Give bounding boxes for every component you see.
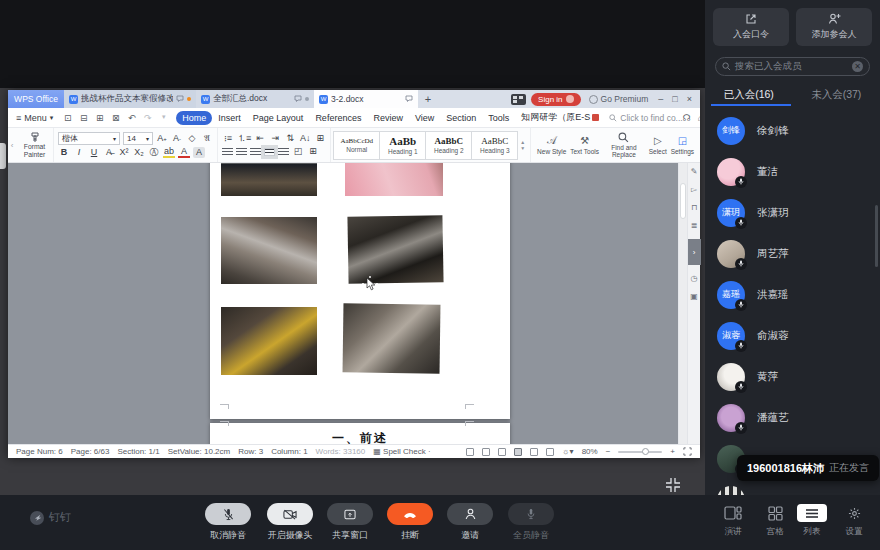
align-left-icon[interactable]: [222, 148, 233, 156]
ribbon-tab-section[interactable]: Section: [440, 111, 482, 125]
style-heading1[interactable]: AaBbHeading 1: [379, 131, 426, 160]
ribbon-tab-view[interactable]: View: [409, 111, 440, 125]
search-participants-input[interactable]: 搜索已入会成员 ✕: [715, 57, 870, 76]
decrease-indent-icon[interactable]: ⇤: [254, 133, 266, 144]
view-print-layout-icon[interactable]: [514, 448, 522, 456]
text-tools-button[interactable]: ⚒Text Tools: [570, 135, 599, 155]
participant-row[interactable]: 董洁: [705, 151, 880, 192]
bold-button[interactable]: B: [58, 147, 70, 158]
ribbon-tab-references[interactable]: References: [309, 111, 367, 125]
align-center-icon[interactable]: [236, 148, 247, 156]
status-words[interactable]: Words: 33160: [316, 447, 366, 456]
document-scrollbar[interactable]: [678, 163, 687, 444]
numbered-list-icon[interactable]: ⒈≡: [237, 133, 251, 144]
view-fullscreen-icon[interactable]: [482, 448, 490, 456]
unmute-button[interactable]: 取消静音: [196, 503, 260, 542]
eye-protect-icon[interactable]: ☼▾: [562, 447, 573, 456]
superscript-button[interactable]: X²: [118, 147, 130, 158]
participant-row[interactable]: 黄萍: [705, 356, 880, 397]
zoom-level[interactable]: 80%: [582, 447, 598, 456]
sign-in-button[interactable]: Sign in: [531, 93, 580, 106]
align-justify-icon[interactable]: [264, 148, 275, 156]
add-participant-button[interactable]: 添加参会人: [796, 8, 872, 46]
ribbon-tab-cnki[interactable]: 知网研学（原E-S: [515, 109, 605, 126]
align-distribute-icon[interactable]: [278, 148, 289, 156]
hangup-button[interactable]: 挂断: [378, 503, 442, 542]
meeting-settings-button[interactable]: 设置: [832, 504, 876, 538]
exit-fullscreen-icon[interactable]: [664, 476, 682, 494]
status-page-num[interactable]: Page Num: 6: [16, 447, 63, 456]
font-color-button[interactable]: A: [178, 147, 190, 158]
participant-row[interactable]: 周艺萍: [705, 233, 880, 274]
style-heading2[interactable]: AaBbCHeading 2: [425, 131, 472, 160]
save-icon[interactable]: ⊟: [78, 113, 89, 123]
chevron-left-icon[interactable]: ‹: [8, 128, 16, 162]
more-commands-icon[interactable]: ▾: [158, 113, 169, 123]
ribbon-search[interactable]: Click to find co...: [609, 113, 682, 123]
camera-on-button[interactable]: 开启摄像头: [258, 503, 322, 542]
minimize-button[interactable]: –: [658, 94, 663, 104]
zoom-in-button[interactable]: +: [670, 447, 675, 456]
share-user-icon[interactable]: ☊: [683, 113, 691, 123]
increase-indent-icon[interactable]: ⇥: [269, 133, 281, 144]
pointer-icon[interactable]: ▻: [691, 185, 697, 194]
text-effects-icon[interactable]: Ⓐ: [148, 147, 160, 158]
show-marks-icon[interactable]: ⊞: [314, 133, 326, 144]
find-replace-button[interactable]: Find and Replace: [603, 132, 645, 159]
lock-icon[interactable]: ⊓: [691, 203, 697, 212]
tab-not-joined[interactable]: 未入会(37): [793, 84, 880, 106]
new-style-button[interactable]: 𝒜New Style: [537, 135, 566, 155]
close-button[interactable]: ×: [687, 94, 692, 104]
view-outline-icon[interactable]: [530, 448, 538, 456]
strikethrough-button[interactable]: A̶: [103, 147, 115, 158]
spell-check-button[interactable]: ▦ Spell Check ·: [373, 447, 430, 456]
edit-pen-icon[interactable]: ✎: [691, 167, 698, 176]
scrollbar-thumb[interactable]: [680, 183, 686, 219]
upload-icon[interactable]: ⌂: [698, 113, 700, 123]
zoom-slider-knob[interactable]: [642, 448, 649, 455]
status-setvalue[interactable]: SetValue: 10.2cm: [168, 447, 231, 456]
menu-button[interactable]: ≡Menu▾: [16, 113, 53, 123]
status-column[interactable]: Column: 1: [271, 447, 307, 456]
line-spacing-icon[interactable]: ⇅: [284, 133, 296, 144]
doc-tab-3-active[interactable]: W 3-2.docx: [314, 90, 418, 108]
align-right-icon[interactable]: [250, 148, 261, 156]
underline-button[interactable]: U: [88, 147, 100, 158]
print-preview-icon[interactable]: ⊠: [110, 113, 121, 123]
open-icon[interactable]: ⊡: [62, 113, 73, 123]
participant-row[interactable]: 淑蓉 俞淑蓉: [705, 315, 880, 356]
char-shading-button[interactable]: A: [193, 147, 205, 158]
font-name-select[interactable]: 楷体▾: [58, 132, 120, 145]
doc-tab-1[interactable]: W 挑战杯作品文本寒假修改第四版: [64, 90, 196, 108]
italic-button[interactable]: I: [73, 147, 85, 158]
new-tab-button[interactable]: +: [418, 90, 438, 108]
format-painter-button[interactable]: Format Painter: [16, 128, 54, 162]
borders-icon[interactable]: ⊞: [307, 146, 319, 157]
subscript-button[interactable]: X₂: [133, 147, 145, 158]
image-tool-icon[interactable]: ▣: [690, 292, 698, 301]
mute-all-button[interactable]: 全员静音: [499, 503, 563, 542]
sort-icon[interactable]: A↓: [299, 133, 311, 144]
participant-row[interactable]: [705, 479, 880, 495]
go-premium-button[interactable]: Go Premium: [589, 94, 649, 104]
styles-scroll-arrows[interactable]: ▲▼: [518, 139, 527, 151]
participants-list[interactable]: 剑锋 徐剑锋 董洁 潇玥 张潇玥 周艺萍 嘉瑶 洪嘉瑶 淑蓉 俞淑蓉: [705, 110, 880, 495]
undo-icon[interactable]: ↶: [126, 113, 137, 123]
participant-row[interactable]: 嘉瑶 洪嘉瑶: [705, 274, 880, 315]
expand-panel-tab[interactable]: ›: [688, 239, 701, 265]
doc-tab-2[interactable]: W 全部汇总.docx: [196, 90, 314, 108]
participant-row[interactable]: 潇玥 张潇玥: [705, 192, 880, 233]
decrease-font-icon[interactable]: A-: [171, 133, 183, 145]
ribbon-tab-tools[interactable]: Tools: [482, 111, 515, 125]
workspace-icon[interactable]: [511, 94, 526, 105]
status-row[interactable]: Row: 3: [238, 447, 263, 456]
style-heading3[interactable]: AaBbCHeading 3: [471, 131, 518, 160]
view-web-icon[interactable]: [546, 448, 554, 456]
view-speaker-button[interactable]: 演讲: [711, 504, 755, 538]
print-icon[interactable]: ⊞: [94, 113, 105, 123]
view-list-button[interactable]: 列表: [790, 504, 834, 538]
view-two-page-icon[interactable]: [498, 448, 506, 456]
status-section[interactable]: Section: 1/1: [117, 447, 159, 456]
participant-row[interactable]: 潘蕴艺: [705, 397, 880, 438]
clear-search-icon[interactable]: ✕: [852, 61, 863, 72]
